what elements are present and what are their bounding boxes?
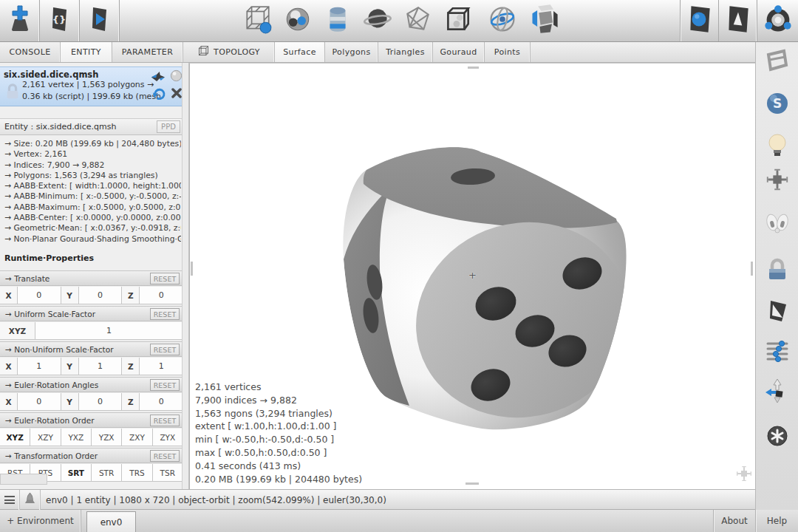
euler-z-value[interactable]: 0: [140, 393, 183, 410]
entity-card[interactable]: six.sided.dice.qmsh 2,161 vertex | 1,563…: [0, 66, 183, 106]
panel-scrollbar[interactable]: [0, 474, 47, 485]
euler-order-option-xzy[interactable]: XZY: [30, 429, 61, 446]
cylinder-icon: [322, 4, 353, 38]
uniform-scale-reset-button[interactable]: RESET: [150, 308, 180, 320]
add-entity-button[interactable]: [0, 0, 40, 41]
panel-sphere-button[interactable]: [680, 0, 719, 41]
transform-order-option-srt[interactable]: SRT: [61, 464, 92, 481]
transform-order-option-tsr[interactable]: TSR: [153, 464, 183, 481]
exploded-cube-button[interactable]: [523, 0, 566, 41]
euler-order-option-yzx[interactable]: YZX: [92, 429, 122, 446]
lattice-cube-button[interactable]: [238, 0, 278, 41]
translate-y-value[interactable]: 0: [79, 287, 123, 304]
viewport-3d[interactable]: + 2,161 vertices 7,900 indices → 9,882 1…: [189, 63, 755, 489]
smoothing-sphere-icon[interactable]: S: [764, 90, 791, 117]
transform-order-label: → Transformation Order: [5, 451, 98, 460]
transform-order-option-trs[interactable]: TRS: [122, 464, 152, 481]
run-button[interactable]: [80, 0, 120, 41]
transform-order-option-str[interactable]: STR: [92, 464, 122, 481]
tab-console[interactable]: CONSOLE: [0, 42, 61, 62]
molecule-spheres-button[interactable]: [278, 0, 318, 41]
tab-gouraud[interactable]: Gouraud: [433, 42, 485, 62]
close-icon[interactable]: [171, 87, 183, 102]
footprints-icon[interactable]: [764, 211, 791, 238]
lock-icon[interactable]: [764, 256, 791, 283]
app-logo-icon: [762, 3, 794, 38]
frame-icon[interactable]: [764, 47, 791, 74]
move-arrows-icon[interactable]: [764, 378, 791, 404]
euler-order-option-xyz[interactable]: XYZ: [0, 429, 30, 446]
script-button[interactable]: {}: [40, 0, 80, 41]
panel-scroll-gutter[interactable]: [183, 63, 189, 489]
tab-parameter[interactable]: PARAMETER: [112, 42, 183, 62]
env0-tab-label: env0: [100, 517, 123, 528]
translate-section-header: → Translate RESET: [0, 270, 183, 286]
transform-order-reset-button[interactable]: RESET: [150, 450, 180, 462]
nonuniform-x-value[interactable]: 1: [18, 358, 61, 375]
light-bulb-icon[interactable]: [764, 132, 791, 158]
nonuniform-y-value[interactable]: 1: [79, 358, 123, 375]
euler-y-value[interactable]: 0: [79, 393, 123, 410]
uniform-scale-section-header: → Uniform Scale·Factor RESET: [0, 306, 183, 321]
tab-triangles[interactable]: Triangles: [378, 42, 433, 62]
translate-z-label: Z: [122, 287, 140, 304]
entity-card-stats2: 0.36 kb (script) | 199.69 kb (mesh: [22, 92, 161, 101]
euler-angles-reset-button[interactable]: RESET: [150, 379, 180, 391]
add-environment-button[interactable]: + Environment: [0, 510, 81, 532]
entity-panel: six.sided.dice.qmsh 2,161 vertex | 1,563…: [0, 63, 183, 489]
app-logo[interactable]: [757, 0, 798, 41]
sliders-icon[interactable]: [764, 338, 791, 364]
ppd-button[interactable]: PPD: [157, 120, 180, 133]
tab-row: CONSOLE ENTITY PARAMETER TOPOLOGY Surfac…: [0, 42, 755, 63]
about-button[interactable]: About: [713, 510, 755, 532]
sphere-icon[interactable]: [170, 69, 183, 85]
rocket-button[interactable]: [20, 490, 41, 510]
translate-reset-button[interactable]: RESET: [150, 273, 180, 284]
translate-x-value[interactable]: 0: [18, 287, 61, 304]
pan-gizmo-icon[interactable]: [735, 465, 753, 485]
translate-x-label: X: [0, 287, 18, 304]
tab-topology[interactable]: TOPOLOGY: [183, 42, 275, 62]
planet-button[interactable]: [358, 0, 398, 41]
asterisk-sphere-icon[interactable]: [764, 423, 791, 449]
viewport-scroll-thumb-right[interactable]: [751, 262, 753, 276]
stat-line: 2,161 vertices: [195, 381, 362, 394]
translate-z-value[interactable]: 0: [140, 287, 183, 304]
hull-prism-button[interactable]: [398, 0, 437, 41]
euler-x-value[interactable]: 0: [18, 393, 61, 410]
refresh-icon[interactable]: [152, 86, 166, 103]
topology-cube-icon: [197, 45, 210, 60]
tab-points[interactable]: Points: [485, 42, 531, 62]
nonuniform-z-value[interactable]: 1: [140, 358, 183, 375]
euler-order-option-zyx[interactable]: ZYX: [153, 429, 183, 446]
uniform-scale-xyz-label: XYZ: [0, 322, 35, 339]
menu-button[interactable]: [0, 490, 20, 510]
jet-icon[interactable]: [150, 70, 166, 86]
euler-angles-section-header: → Euler·Rotation Angles RESET: [0, 377, 183, 392]
euler-order-reset-button[interactable]: RESET: [150, 415, 180, 426]
tab-entity[interactable]: ENTITY: [61, 42, 112, 62]
gizmo-cross-icon[interactable]: [764, 166, 791, 193]
tab-polygons[interactable]: Polygons: [325, 42, 378, 62]
caged-spheres-button[interactable]: [437, 0, 477, 41]
viewport-scroll-thumb-top[interactable]: [468, 66, 479, 69]
uniform-scale-row: XYZ 1: [0, 322, 183, 340]
euler-order-option-zxy[interactable]: ZXY: [122, 429, 152, 446]
help-button[interactable]: Help: [755, 510, 798, 532]
entity-card-stats1: 2,161 vertex | 1,563 polygons →: [22, 80, 154, 89]
viewport-scroll-thumb-bottom[interactable]: [466, 482, 479, 485]
tab-surface[interactable]: Surface: [275, 42, 325, 62]
euler-order-option-yxz[interactable]: YXZ: [61, 429, 92, 446]
cylinder-button[interactable]: [318, 0, 358, 41]
viewport-scroll-thumb-left[interactable]: [191, 262, 193, 276]
stat-line: 7,900 indices → 9,882: [195, 394, 362, 407]
dice-mesh[interactable]: [337, 145, 632, 433]
env0-tab[interactable]: env0: [86, 511, 136, 532]
panel-triangle-button[interactable]: [719, 0, 757, 41]
uniform-scale-value[interactable]: 1: [35, 322, 183, 339]
euler-y-label: Y: [61, 393, 79, 410]
nonuniform-scale-reset-button[interactable]: RESET: [150, 344, 180, 355]
stat-line: extent [ w:1.00,h:1.00,d:1.00 ]: [195, 420, 362, 433]
gimbal-button[interactable]: [482, 0, 523, 41]
dark-sail-icon[interactable]: [764, 298, 791, 324]
